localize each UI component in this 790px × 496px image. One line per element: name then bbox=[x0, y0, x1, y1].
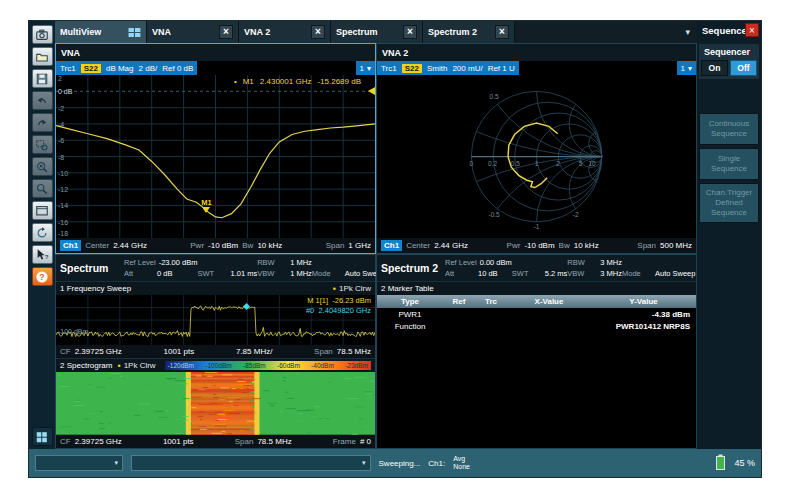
vna-marker-readout: • M1 2.430001 GHz -15.2689 dB bbox=[234, 77, 361, 86]
spectrogram-titlebar[interactable]: 2 Spectrogram • 1Pk Clrw -120dBm -100dBm… bbox=[56, 358, 375, 372]
vna-graph[interactable]: 2 0 dB -2 -4 -6 -8 -10 -12 -14 -16 -18 bbox=[56, 75, 375, 238]
help-icon[interactable]: ? bbox=[32, 267, 53, 286]
window-vna2[interactable]: VNA 2 Trc1 S22 Smith 200 mU/ Ref 1 U 1 bbox=[376, 43, 697, 254]
tab-close-icon[interactable]: × bbox=[219, 25, 233, 39]
y-tick: -4 bbox=[58, 120, 64, 127]
marker-table-header: Type Ref Trc X-Value Y-Value bbox=[377, 295, 696, 308]
ref-level-value[interactable]: -23.00 dBm bbox=[159, 258, 198, 267]
points-value: 1001 pts bbox=[164, 347, 195, 356]
spectrum-graph[interactable]: -100 dBm M 1[1] -26.23 dBm #0 2.4049820 … bbox=[56, 295, 375, 345]
vbw-value[interactable]: 3 MHz bbox=[600, 269, 622, 278]
center-freq[interactable]: 2.44 GHz bbox=[113, 241, 147, 250]
vna-footer: Ch1 Center 2.44 GHz Pwr -10 dBm Bw 10 kH… bbox=[56, 238, 375, 253]
single-sequence-button[interactable]: Single Sequence bbox=[699, 148, 759, 180]
trace-ref: Ref 0 dB bbox=[162, 64, 193, 73]
swt-value[interactable]: 1.01 ms bbox=[230, 269, 257, 278]
windows-start-icon[interactable] bbox=[32, 427, 53, 446]
zoom-in-icon[interactable] bbox=[32, 179, 53, 198]
sweep-status: Sweeping... bbox=[379, 459, 421, 468]
smith-trace bbox=[508, 123, 558, 187]
tab-close-icon[interactable]: × bbox=[311, 25, 325, 39]
tab-label: Spectrum bbox=[336, 27, 378, 37]
smith-label: 0.2 bbox=[488, 160, 497, 167]
span-value[interactable]: 78.5 MHz bbox=[337, 347, 371, 356]
table-row[interactable]: Function PWR101412 NRP8S bbox=[377, 320, 696, 332]
tab-close-icon[interactable]: × bbox=[495, 25, 509, 39]
zoom-off-icon[interactable] bbox=[32, 157, 53, 176]
trace-name: Trc1 bbox=[60, 64, 76, 73]
smith-label: -2 bbox=[573, 211, 579, 218]
sequencer-on-button[interactable]: On bbox=[701, 60, 728, 76]
swt-value[interactable]: 5.2 ms bbox=[545, 269, 568, 278]
tab-spectrum2[interactable]: Spectrum 2 × bbox=[423, 21, 515, 43]
power-value[interactable]: -10 dBm bbox=[208, 241, 238, 250]
sequencer-toggle-block: Sequencer On Off bbox=[699, 44, 759, 79]
multiview-grid-icon bbox=[128, 27, 141, 38]
continuous-sequence-button[interactable]: Continuous Sequence bbox=[699, 113, 759, 145]
smith-label: -0.5 bbox=[488, 211, 500, 218]
att-value[interactable]: 10 dB bbox=[478, 269, 498, 278]
display-config-icon[interactable] bbox=[32, 201, 53, 220]
power-value[interactable]: -10 dBm bbox=[524, 241, 554, 250]
save-icon[interactable] bbox=[32, 69, 53, 88]
table-row[interactable]: PWR1 -4.38 dBm bbox=[377, 308, 696, 320]
frame-value[interactable]: # 0 bbox=[360, 437, 371, 446]
span-value[interactable]: 78.5 MHz bbox=[257, 437, 291, 446]
ref-level-arrow-icon[interactable] bbox=[368, 87, 375, 95]
open-file-icon[interactable] bbox=[32, 47, 53, 66]
smith-chart[interactable]: 0.5 0 0.2 0.5 1 2 5 10 -0.5 -1 bbox=[377, 75, 696, 238]
trace-name: Trc1 bbox=[381, 64, 397, 73]
channel-chip[interactable]: Ch1 bbox=[60, 240, 81, 251]
span-value[interactable]: 500 MHz bbox=[660, 241, 692, 250]
vna-window-title: VNA bbox=[56, 44, 375, 61]
vna-window-select[interactable]: 1 ▾ bbox=[356, 61, 375, 75]
span-value[interactable]: 1 GHz bbox=[348, 241, 371, 250]
vna-trace-header[interactable]: Trc1 S22 dB Mag 2 dB/ Ref 0 dB bbox=[56, 61, 197, 75]
tab-vna2[interactable]: VNA 2 × bbox=[239, 21, 331, 43]
marker-table-titlebar[interactable]: 2 Marker Table bbox=[377, 281, 696, 295]
vna2-window-select[interactable]: 1 ▾ bbox=[677, 61, 696, 75]
smith-label: 2 bbox=[556, 160, 560, 167]
vna2-trace-header[interactable]: Trc1 S22 Smith 200 mU/ Ref 1 U bbox=[377, 61, 519, 75]
tab-multiview[interactable]: MultiView bbox=[55, 21, 147, 43]
tab-vna[interactable]: VNA × bbox=[147, 21, 239, 43]
rbw-value[interactable]: 1 MHz bbox=[290, 258, 312, 267]
window-spectrum2[interactable]: Spectrum 2 Ref Level0.00 dBm RBW3 MHz At… bbox=[376, 254, 697, 449]
channel-chip[interactable]: Ch1 bbox=[381, 240, 402, 251]
cf-value[interactable]: 2.39725 GHz bbox=[75, 347, 122, 356]
close-icon[interactable]: × bbox=[745, 23, 759, 37]
undo-icon[interactable] bbox=[32, 91, 53, 110]
ref-level-value[interactable]: 0.00 dBm bbox=[480, 258, 512, 267]
zoom-area-icon[interactable] bbox=[32, 135, 53, 154]
average-status: Avg None bbox=[453, 455, 470, 471]
bandwidth-value[interactable]: 10 kHz bbox=[574, 241, 599, 250]
spectrogram-color-legend: -120dBm -100dBm -85dBm -60dBm -40dBm -23… bbox=[165, 361, 371, 370]
tab-spectrum[interactable]: Spectrum × bbox=[331, 21, 423, 43]
tab-close-icon[interactable]: × bbox=[403, 25, 417, 39]
center-freq[interactable]: 2.44 GHz bbox=[434, 241, 468, 250]
sweep-mode-value[interactable]: Auto Sweep bbox=[655, 269, 695, 278]
cf-value[interactable]: 2.39725 GHz bbox=[75, 437, 122, 446]
screenshot-camera-icon[interactable] bbox=[32, 25, 53, 44]
window-spectrum[interactable]: Spectrum Ref Level-23.00 dBm RBW1 MHz At… bbox=[55, 254, 376, 449]
rbw-value[interactable]: 3 MHz bbox=[600, 258, 622, 267]
status-left-dropdown[interactable]: ▾ bbox=[35, 455, 123, 471]
window-vna[interactable]: VNA Trc1 S22 dB Mag 2 dB/ Ref 0 dB 1 bbox=[55, 43, 376, 254]
att-value[interactable]: 0 dB bbox=[157, 269, 172, 278]
status-message-dropdown[interactable]: ▾ bbox=[131, 455, 371, 471]
bandwidth-value[interactable]: 10 kHz bbox=[257, 241, 282, 250]
preset-refresh-icon[interactable] bbox=[32, 223, 53, 242]
trace-mode-badge: • 1Pk Clrw bbox=[117, 361, 155, 371]
spectrogram-graph[interactable] bbox=[56, 372, 375, 435]
frequency-sweep-titlebar[interactable]: 1 Frequency Sweep • 1Pk Clrw bbox=[56, 281, 375, 295]
context-help-pointer-icon[interactable]: ? bbox=[32, 245, 53, 264]
points-value: 1001 pts bbox=[163, 437, 194, 446]
y-tick-ref: 0 dB bbox=[58, 88, 72, 95]
chan-trigger-defined-sequence-button[interactable]: Chan.Trigger Defined Sequence bbox=[699, 183, 759, 223]
marker-m1[interactable]: M1 bbox=[201, 199, 211, 214]
sequencer-off-button[interactable]: Off bbox=[730, 60, 757, 76]
smith-label: -1 bbox=[534, 223, 540, 230]
vbw-value[interactable]: 1 MHz bbox=[290, 269, 312, 278]
tab-overflow-button[interactable]: ▾ bbox=[678, 21, 697, 43]
redo-icon[interactable] bbox=[32, 113, 53, 132]
